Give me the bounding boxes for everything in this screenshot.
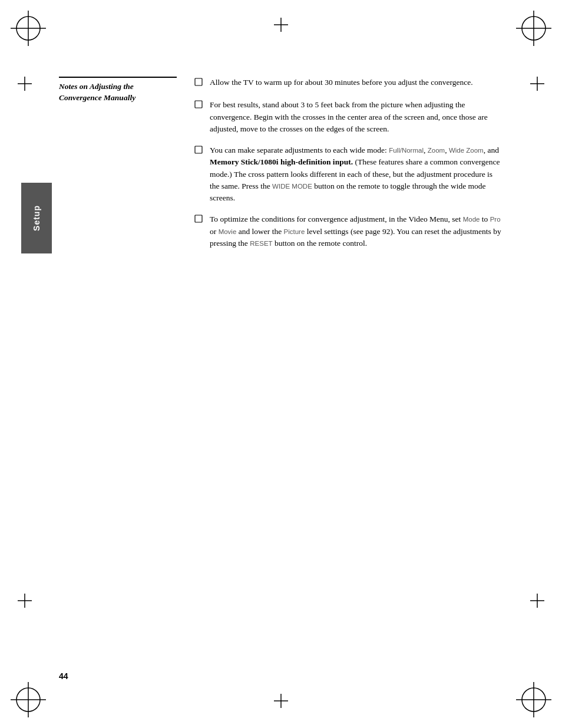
reg-mark-top-left	[11, 11, 46, 46]
setup-tab: Setup	[21, 183, 52, 253]
inline-mono-reset: RESET	[250, 240, 272, 247]
right-column: Allow the TV to warm up for about 30 min…	[189, 77, 503, 259]
inline-mono-wide-mode: WIDE MODE	[272, 183, 312, 190]
inline-mono-movie: Movie	[219, 228, 237, 235]
reg-mark-bottom-right	[516, 682, 551, 717]
inline-mono-mode: Mode	[463, 216, 480, 223]
inline-mono-full-normal: Full/Normal	[389, 147, 424, 154]
inline-mono-wide-zoom: Wide Zoom	[449, 147, 484, 154]
crosshair-left-top	[18, 77, 32, 93]
bullet-list: Allow the TV to warm up for about 30 min…	[194, 77, 503, 249]
crosshair-right-top	[530, 77, 544, 93]
crosshair-right-bottom	[530, 594, 544, 610]
crosshair-left-bottom	[18, 594, 32, 610]
inline-bold-memory-stick: Memory Stick/1080i high-definition input…	[210, 157, 353, 166]
main-content: Notes on Adjusting the Convergence Manua…	[59, 77, 503, 259]
bullet-icon-1	[194, 78, 206, 90]
bullet-item-4: To optimize the conditions for convergen…	[194, 213, 503, 249]
crosshair-top-mid	[274, 18, 288, 34]
bullet-icon-4	[194, 215, 206, 226]
svg-rect-24	[195, 78, 202, 85]
inline-mono-picture: Picture	[284, 228, 305, 235]
content-area: Notes on Adjusting the Convergence Manua…	[59, 77, 503, 651]
inline-mono-pro: Pro	[490, 216, 501, 223]
setup-tab-label: Setup	[32, 205, 41, 231]
section-title: Notes on Adjusting the Convergence Manua…	[59, 77, 177, 104]
bullet-text-3: You can make separate adjustments to eac…	[210, 144, 503, 204]
reg-mark-top-right	[516, 11, 551, 46]
bullet-item-2: For best results, stand about 3 to 5 fee…	[194, 99, 503, 135]
bullet-text-1: Allow the TV to warm up for about 30 min…	[210, 77, 503, 88]
page: Setup Notes on Adjusting the Convergence…	[0, 0, 562, 728]
bullet-item-3: You can make separate adjustments to eac…	[194, 144, 503, 204]
crosshair-bottom-mid	[274, 694, 288, 710]
inline-mono-zoom: Zoom	[428, 147, 445, 154]
bullet-item-1: Allow the TV to warm up for about 30 min…	[194, 77, 503, 90]
left-column: Notes on Adjusting the Convergence Manua…	[59, 77, 189, 259]
bullet-icon-2	[194, 100, 206, 112]
page-number: 44	[59, 671, 68, 681]
reg-mark-bottom-left	[11, 682, 46, 717]
bullet-text-4: To optimize the conditions for convergen…	[210, 213, 503, 249]
svg-rect-26	[195, 146, 202, 153]
svg-rect-27	[195, 215, 202, 222]
svg-rect-25	[195, 101, 202, 108]
bullet-text-2: For best results, stand about 3 to 5 fee…	[210, 99, 503, 135]
bullet-icon-3	[194, 146, 206, 157]
